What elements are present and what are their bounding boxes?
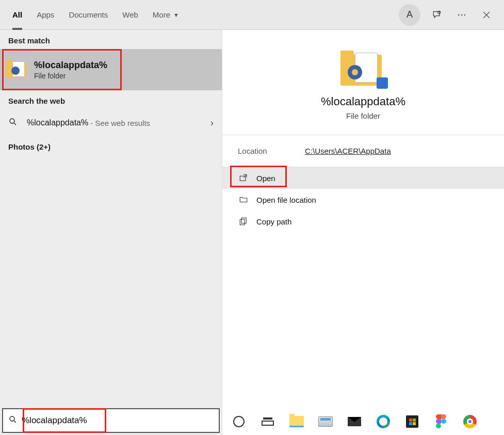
search-bar[interactable]: [2, 408, 220, 433]
photos-label[interactable]: Photos (2+): [0, 136, 222, 155]
best-match-label: Best match: [0, 30, 222, 49]
svg-point-2: [461, 14, 463, 15]
preview-pane: %localappdata% File folder Location C:\U…: [222, 30, 504, 435]
folder-icon: [340, 51, 386, 88]
windows-search-window: All Apps Documents Web More ▼ A Best mat…: [0, 0, 504, 435]
action-open-loc-label: Open file location: [256, 196, 316, 204]
tab-apps[interactable]: Apps: [29, 0, 61, 30]
mail-icon[interactable]: [346, 413, 363, 430]
edge-icon[interactable]: [375, 413, 392, 430]
chevron-right-icon: ›: [210, 118, 214, 128]
search-header: All Apps Documents Web More ▼ A: [0, 0, 504, 30]
search-input[interactable]: [22, 415, 216, 426]
best-match-text: %localappdata% File folder: [34, 60, 107, 80]
preview-actions: Open Open file location Copy path: [222, 167, 504, 232]
svg-point-4: [10, 119, 14, 123]
chevron-down-icon: ▼: [173, 12, 179, 18]
file-explorer-icon[interactable]: [288, 413, 305, 430]
folder-icon: [6, 59, 29, 80]
preview-header: %localappdata% File folder: [222, 30, 504, 135]
search-web-label: Search the web: [0, 90, 222, 109]
tab-all[interactable]: All: [5, 0, 29, 30]
web-search-term: %localappdata%: [27, 118, 88, 127]
action-copy-path-label: Copy path: [256, 217, 291, 226]
results-pane: Best match %localappdata% File folder Se…: [0, 30, 222, 435]
best-match-title: %localappdata%: [34, 60, 107, 71]
filter-tabs: All Apps Documents Web More ▼: [5, 0, 186, 30]
preview-subtitle: File folder: [346, 111, 380, 120]
on-screen-keyboard-icon[interactable]: [317, 413, 334, 430]
copy-icon: [238, 217, 249, 226]
action-copy-path[interactable]: Copy path: [222, 211, 504, 232]
taskbar: [223, 408, 504, 435]
action-open-file-location[interactable]: Open file location: [222, 189, 504, 211]
tab-more-label: More: [153, 10, 170, 19]
bottom-bar: [0, 406, 504, 435]
close-icon[interactable]: [474, 3, 499, 27]
location-row: Location C:\Users\ACER\AppData: [222, 135, 504, 167]
svg-point-1: [458, 14, 460, 15]
tab-more[interactable]: More ▼: [145, 0, 186, 30]
web-search-suffix: - See web results: [90, 119, 150, 127]
svg-rect-7: [240, 219, 245, 225]
action-open[interactable]: Open: [222, 167, 504, 189]
svg-point-3: [464, 14, 466, 15]
user-avatar[interactable]: A: [399, 4, 420, 26]
search-icon: [8, 415, 18, 426]
tab-documents[interactable]: Documents: [61, 0, 115, 30]
best-match-item[interactable]: %localappdata% File folder: [0, 49, 222, 90]
chrome-icon[interactable]: [461, 413, 479, 430]
preview-title: %localappdata%: [321, 95, 405, 108]
action-open-label: Open: [256, 174, 275, 183]
cortana-icon[interactable]: [230, 413, 248, 430]
svg-rect-6: [241, 218, 246, 223]
tab-web[interactable]: Web: [115, 0, 145, 30]
search-body: Best match %localappdata% File folder Se…: [0, 30, 504, 435]
task-view-icon[interactable]: [259, 413, 277, 430]
feedback-icon[interactable]: [425, 3, 449, 27]
svg-point-8: [10, 416, 14, 421]
microsoft-store-icon[interactable]: [403, 413, 421, 430]
web-search-item[interactable]: %localappdata% - See web results ›: [0, 109, 222, 136]
search-icon: [8, 117, 18, 128]
best-match-subtitle: File folder: [34, 72, 107, 80]
location-value[interactable]: C:\Users\ACER\AppData: [305, 147, 391, 155]
more-options-icon[interactable]: [449, 3, 474, 27]
open-icon: [238, 173, 249, 183]
figma-icon[interactable]: [432, 413, 450, 430]
folder-location-icon: [238, 195, 249, 204]
location-label: Location: [238, 147, 305, 155]
